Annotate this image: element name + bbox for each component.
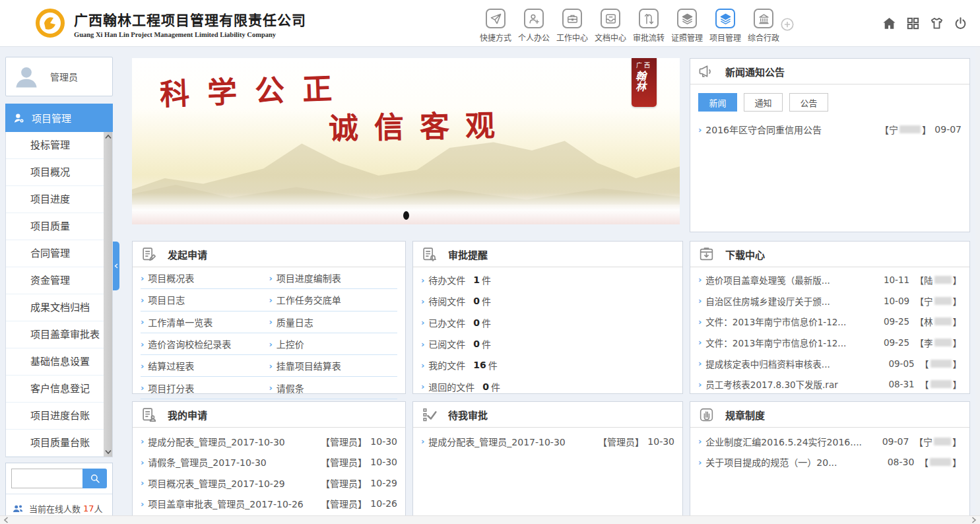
chevron-up-icon[interactable] bbox=[105, 134, 112, 139]
sidebar-item-project-progress[interactable]: 项目进度 bbox=[6, 186, 104, 213]
theme-button[interactable] bbox=[929, 16, 944, 31]
download-item[interactable]: ›自治区住房城乡建设厅关于颁...10-09【宁】 bbox=[698, 290, 962, 311]
paper-plane-icon bbox=[490, 13, 502, 25]
apply-link[interactable]: ›造价咨询校检纪录表 bbox=[141, 337, 269, 350]
apps-grid-button[interactable] bbox=[905, 16, 921, 31]
uturn-arrows-icon bbox=[643, 13, 655, 25]
download-item[interactable]: ›文件：2013年南宁市信息价1-12...09-25【李】 bbox=[698, 332, 962, 353]
company-logo bbox=[34, 7, 66, 39]
nav-item-doc-center[interactable]: 文档中心 bbox=[591, 9, 630, 43]
banner-carousel[interactable]: 科学公正 诚信客观 广西 翰林 bbox=[132, 58, 680, 224]
app-root: 广西翰林工程项目管理有限责任公司 Guang Xi Han Lin Projec… bbox=[0, 0, 980, 524]
scroll-left-icon[interactable] bbox=[3, 517, 9, 523]
download-item[interactable]: ›文件：2013年南宁市信息价1-12...09-25【林】 bbox=[698, 311, 962, 332]
search-input[interactable] bbox=[11, 469, 82, 488]
vertical-scrollbar[interactable] bbox=[975, 47, 980, 515]
home-button[interactable] bbox=[882, 16, 897, 31]
rules-item[interactable]: ›企业制度汇编2016.5.24实行2016....09-07【宁】 bbox=[698, 431, 962, 452]
sidebar-item-project-quality[interactable]: 项目质量 bbox=[6, 213, 104, 240]
apply-link[interactable]: ›请假条 bbox=[269, 381, 398, 395]
news-tabs: 新闻 通知 公告 bbox=[698, 84, 962, 119]
nav-item-project-mgmt[interactable]: 项目管理 bbox=[706, 9, 744, 43]
chevron-down-icon[interactable] bbox=[105, 449, 112, 455]
download-item[interactable]: ›提成核定表中归档资料审核表...09-05【】 bbox=[698, 353, 962, 374]
sidebar-module-title: 项目管理 bbox=[32, 111, 71, 125]
sidebar-item-customer-info[interactable]: 客户信息登记 bbox=[6, 376, 104, 403]
remind-item-toread[interactable]: ›待阅文件0件 bbox=[421, 290, 674, 311]
my-apply-item[interactable]: ›请假条_管理员_2017-10-30【管理员】10-30 bbox=[141, 452, 397, 473]
sidebar-item-archive[interactable]: 成果文档归档 bbox=[6, 294, 104, 321]
user-card[interactable]: 管理员 bbox=[5, 57, 113, 96]
sidebar-search-card: 当前在线人数 17 人 bbox=[5, 463, 113, 523]
apply-link[interactable]: ›结算过程表 bbox=[141, 359, 269, 372]
sidebar-item-basic-settings[interactable]: 基础信息设置 bbox=[6, 348, 104, 376]
download-item[interactable]: ›造价项目盖章处理笺（最新版...10-11【陆】 bbox=[698, 269, 962, 290]
briefcase-icon bbox=[566, 13, 579, 25]
sidebar-item-contract[interactable]: 合同管理 bbox=[6, 240, 104, 267]
remind-item-mine[interactable]: ›我的文件16件 bbox=[421, 354, 674, 376]
my-apply-item[interactable]: ›提成分配表_管理员_2017-10-30【管理员】10-30 bbox=[141, 431, 397, 452]
banner-seal-main-text: 翰林 bbox=[632, 71, 647, 92]
sidebar-scrollbar[interactable] bbox=[104, 132, 112, 457]
logout-button[interactable] bbox=[953, 16, 968, 31]
nav-item-license-mgmt[interactable]: 证照管理 bbox=[668, 9, 706, 43]
redacted-name bbox=[930, 458, 951, 466]
tab-announcement[interactable]: 公告 bbox=[789, 93, 828, 112]
sidebar-collapse-handle[interactable] bbox=[113, 242, 119, 290]
nav-item-approval-flow[interactable]: 审批流转 bbox=[630, 9, 668, 43]
my-apply-item[interactable]: ›项目概况表_管理员_2017-10-29【管理员】10-29 bbox=[141, 473, 397, 494]
document-person-icon bbox=[141, 407, 157, 423]
apply-link[interactable]: ›项目概况表 bbox=[141, 271, 269, 284]
sidebar-item-quality-ledger[interactable]: 项目质量台账 bbox=[6, 430, 104, 457]
remind-item-returned[interactable]: ›退回的文件0件 bbox=[421, 376, 674, 397]
plus-circle-icon bbox=[780, 17, 795, 32]
nav-item-personal-office[interactable]: 个人办公 bbox=[515, 9, 553, 43]
carousel-dot[interactable] bbox=[403, 211, 409, 220]
document-pen-icon bbox=[141, 246, 157, 263]
apply-link[interactable]: ›质量日志 bbox=[269, 315, 398, 329]
await-approve-panel: 待我审批 ›提成分配表_管理员_2017-10-30【管理员】10-30 bbox=[412, 401, 683, 524]
add-shortcut-button[interactable] bbox=[780, 17, 795, 32]
tab-news[interactable]: 新闻 bbox=[698, 93, 737, 112]
sidebar-item-seal-approval[interactable]: 项目盖章审批表 bbox=[6, 321, 104, 348]
apply-panel: 发起申请 ›项目概况表 ›项目进度编制表 ›项目日志 ›工作任务交底单 ›工作清… bbox=[132, 241, 406, 394]
horizontal-scrollbar[interactable] bbox=[0, 515, 980, 524]
avatar bbox=[12, 62, 41, 91]
apply-link[interactable]: ›项目日志 bbox=[141, 293, 269, 306]
top-bar: 广西翰林工程项目管理有限责任公司 Guang Xi Han Lin Projec… bbox=[0, 0, 980, 47]
apply-link[interactable]: ›项目进度编制表 bbox=[269, 271, 398, 284]
download-panel: 下载中心 ›造价项目盖章处理笺（最新版...10-11【陆】 ›自治区住房城乡建… bbox=[690, 241, 970, 394]
apply-link[interactable]: ›工作清单一览表 bbox=[141, 315, 269, 329]
tab-notice[interactable]: 通知 bbox=[744, 93, 783, 112]
rules-item[interactable]: ›关于项目提成的规范（一）20...08-30【】 bbox=[698, 452, 962, 473]
search-icon bbox=[89, 473, 101, 484]
nav-item-admin[interactable]: 综合行政 bbox=[744, 9, 783, 43]
apply-link[interactable]: ›挂靠项目结算表 bbox=[269, 359, 398, 372]
quick-icons bbox=[882, 16, 968, 31]
my-apply-item[interactable]: ›项目盖章审批表_管理员_2017-10-26【管理员】10-26 bbox=[141, 494, 397, 515]
remind-item-read[interactable]: ›已阅文件0件 bbox=[421, 333, 674, 354]
sidebar-item-project-overview[interactable]: 项目概况 bbox=[6, 159, 104, 186]
news-item[interactable]: › 2016年区守合同重信用公告 【宁】 09-07 bbox=[698, 119, 962, 140]
user-name: 管理员 bbox=[50, 70, 78, 83]
apply-link[interactable]: ›项目打分表 bbox=[141, 381, 269, 395]
search-button[interactable] bbox=[82, 469, 107, 488]
await-approve-item[interactable]: ›提成分配表_管理员_2017-10-30【管理员】10-30 bbox=[421, 431, 674, 452]
nav-item-work-center[interactable]: 工作中心 bbox=[553, 9, 591, 43]
nav-label: 个人办公 bbox=[518, 32, 550, 43]
apply-link[interactable]: ›工作任务交底单 bbox=[269, 293, 398, 306]
nav-item-shortcuts[interactable]: 快捷方式 bbox=[476, 9, 515, 43]
apply-link[interactable]: ›上控价 bbox=[269, 337, 398, 350]
scroll-right-icon[interactable] bbox=[971, 517, 977, 523]
rules-panel: 规章制度 ›企业制度汇编2016.5.24实行2016....09-07【宁】 … bbox=[690, 401, 970, 524]
sidebar-module-header[interactable]: 项目管理 bbox=[5, 104, 113, 132]
sidebar-item-bidding[interactable]: 投标管理 bbox=[6, 132, 104, 159]
sidebar-item-progress-ledger[interactable]: 项目进度台账 bbox=[6, 403, 104, 430]
banner-seal: 广西 翰林 bbox=[632, 58, 657, 107]
redacted-name bbox=[934, 438, 951, 445]
remind-item-todo[interactable]: ›待办文件1件 bbox=[421, 269, 674, 290]
download-item[interactable]: ›员工考核表2017.8.30下发版.rar08-31【】 bbox=[698, 374, 962, 395]
redacted-name bbox=[931, 360, 952, 368]
sidebar-item-funds[interactable]: 资金管理 bbox=[6, 267, 104, 294]
remind-item-done[interactable]: ›已办文件0件 bbox=[421, 312, 674, 333]
